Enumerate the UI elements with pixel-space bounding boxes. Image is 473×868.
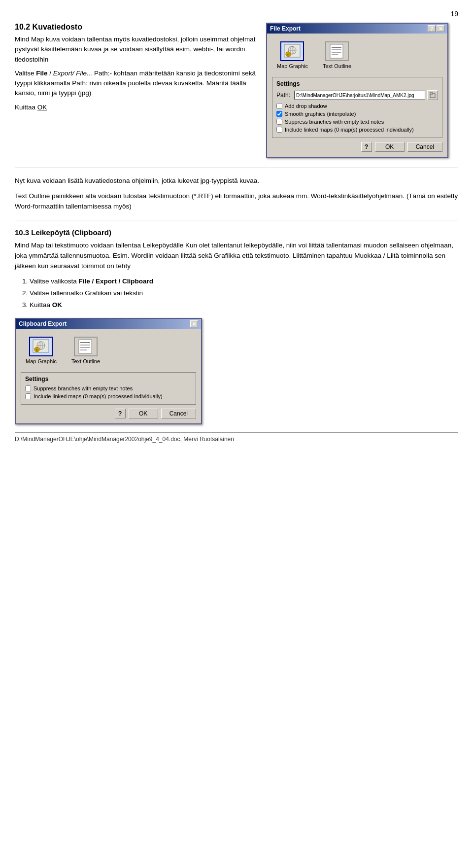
clipboard-export-dialog: Clipboard Export ✕ €: [15, 318, 202, 424]
settings-group: Settings Path:: [272, 77, 442, 138]
clipboard-linked-checkbox[interactable]: [25, 393, 31, 399]
file-export-content: € Map Graphic: [267, 34, 447, 157]
map-graphic-icon-box[interactable]: €: [280, 41, 304, 61]
include-linked-maps-label: Include linked maps (0 map(s) processed …: [285, 127, 414, 133]
left-column: 10.2 Kuvatiedosto Mind Map kuva voidaan …: [15, 23, 256, 158]
path-browse-btn[interactable]: [427, 90, 438, 100]
svg-rect-21: [79, 340, 92, 353]
page-number: 19: [15, 10, 458, 18]
browse-icon: [430, 92, 436, 98]
clipboard-checkbox-suppress: Suppress branches with empty text notes: [25, 385, 192, 391]
clipboard-text-outline-option[interactable]: Text Outline: [71, 337, 100, 364]
clipboard-close-btn[interactable]: ✕: [190, 320, 198, 327]
section1-para3: Kuittaa OK: [15, 103, 256, 112]
path-label: Path:: [276, 92, 290, 99]
cancel-button[interactable]: Cancel: [407, 142, 442, 152]
steps-list: Valitse valikosta File / Export / Clipbo…: [30, 277, 458, 311]
clipboard-map-graphic-icon: €: [32, 339, 50, 354]
footer: D:\MindManagerOHJE\ohje\MindManager2002o…: [15, 432, 458, 443]
clipboard-settings-group: Settings Suppress branches with empty te…: [21, 372, 196, 405]
file-export-titlebar: File Export ? ✕: [267, 24, 447, 34]
add-drop-shadow-checkbox[interactable]: [276, 103, 282, 109]
clipboard-dialog-buttons: ? OK Cancel: [21, 409, 196, 418]
clipboard-content: € Map Graphic Text Outline: [16, 329, 201, 423]
clipboard-help-button[interactable]: ?: [115, 409, 126, 418]
separator2: [15, 220, 458, 220]
step-2: Valitse tallennatko Grafiikan vai teksti…: [30, 288, 458, 298]
svg-rect-13: [430, 93, 433, 94]
clipboard-titlebar: Clipboard Export ✕: [16, 319, 201, 329]
ok-button[interactable]: OK: [375, 142, 405, 152]
clipboard-title: Clipboard Export: [19, 320, 67, 327]
clipboard-settings-legend: Settings: [25, 376, 192, 382]
file-export-dialog-container: File Export ? ✕: [266, 23, 458, 158]
suppress-branches-checkbox[interactable]: [276, 119, 282, 125]
clipboard-cancel-button[interactable]: Cancel: [161, 409, 196, 418]
para-text-outline: Text Outline painikkeen alta voidaan tul…: [15, 191, 458, 212]
svg-text:€: €: [36, 348, 38, 352]
clipboard-titlebar-buttons: ✕: [190, 320, 198, 327]
section1-title: 10.2 Kuvatiedosto: [15, 23, 256, 32]
checkbox-include-linked-maps: Include linked maps (0 map(s) processed …: [276, 127, 438, 133]
smooth-graphics-checkbox[interactable]: [276, 111, 282, 117]
clipboard-suppress-checkbox[interactable]: [25, 385, 31, 391]
clipboard-ok-button[interactable]: OK: [129, 409, 158, 418]
step-3: Kuittaa OK: [30, 300, 458, 310]
help-titlebar-btn[interactable]: ?: [428, 25, 436, 32]
text-outline-icon-box[interactable]: [325, 41, 349, 61]
settings-legend: Settings: [276, 80, 438, 87]
text-outline-option[interactable]: Text Outline: [323, 41, 351, 69]
section1-para1: Mind Map kuva voidaan tallentaa myös kuv…: [15, 35, 256, 65]
svg-rect-7: [330, 44, 343, 58]
clipboard-checkbox-linked: Include linked maps (0 map(s) processed …: [25, 393, 192, 399]
titlebar-buttons: ? ✕: [428, 25, 444, 32]
section2-intro: Mind Map tai tekstimuoto voidaan tallent…: [15, 241, 458, 272]
separator1: [15, 168, 458, 168]
clipboard-icons-row: € Map Graphic Text Outline: [21, 334, 196, 367]
clipboard-linked-label: Include linked maps (0 map(s) processed …: [34, 393, 163, 399]
clipboard-text-outline-label: Text Outline: [71, 358, 100, 364]
svg-text:€: €: [288, 53, 290, 57]
dialog-buttons: ? OK Cancel: [272, 142, 442, 152]
add-drop-shadow-label: Add drop shadow: [285, 103, 327, 109]
file-export-dialog: File Export ? ✕: [266, 23, 448, 158]
clipboard-map-graphic-label: Map Graphic: [26, 358, 57, 364]
clipboard-text-outline-icon-box[interactable]: [74, 337, 98, 356]
clipboard-text-outline-icon: [77, 339, 95, 354]
smooth-graphics-label: Smooth graphics (interpolate): [285, 111, 356, 117]
help-button[interactable]: ?: [361, 142, 372, 152]
map-graphic-option[interactable]: € Map Graphic: [277, 41, 308, 69]
path-input[interactable]: [294, 91, 425, 100]
checkbox-add-drop-shadow: Add drop shadow: [276, 103, 438, 109]
clipboard-map-graphic-icon-box[interactable]: €: [29, 337, 53, 356]
clipboard-suppress-label: Suppress branches with empty text notes: [34, 385, 133, 391]
path-row: Path:: [276, 90, 438, 100]
export-icons-row: € Map Graphic: [272, 38, 442, 72]
section2-title: 10.3 Leikepöytä (Clipboard): [15, 228, 458, 237]
map-graphic-icon: €: [283, 43, 301, 59]
include-linked-maps-checkbox[interactable]: [276, 127, 282, 133]
section1-para2: Valitse File / Export/ File... Path:- ko…: [15, 69, 256, 99]
map-graphic-label: Map Graphic: [277, 63, 308, 69]
file-export-title: File Export: [270, 25, 301, 32]
checkbox-suppress-branches: Suppress branches with empty text notes: [276, 119, 438, 125]
checkbox-smooth-graphics: Smooth graphics (interpolate): [276, 111, 438, 117]
step-1: Valitse valikosta File / Export / Clipbo…: [30, 277, 458, 286]
para-nyt-kuva: Nyt kuva voidaan lisätä kuvatiedostona o…: [15, 176, 458, 186]
text-outline-icon: [328, 43, 346, 59]
close-titlebar-btn[interactable]: ✕: [437, 25, 444, 32]
clipboard-map-graphic-option[interactable]: € Map Graphic: [26, 337, 57, 364]
suppress-branches-label: Suppress branches with empty text notes: [285, 119, 384, 125]
text-outline-label: Text Outline: [323, 63, 351, 69]
